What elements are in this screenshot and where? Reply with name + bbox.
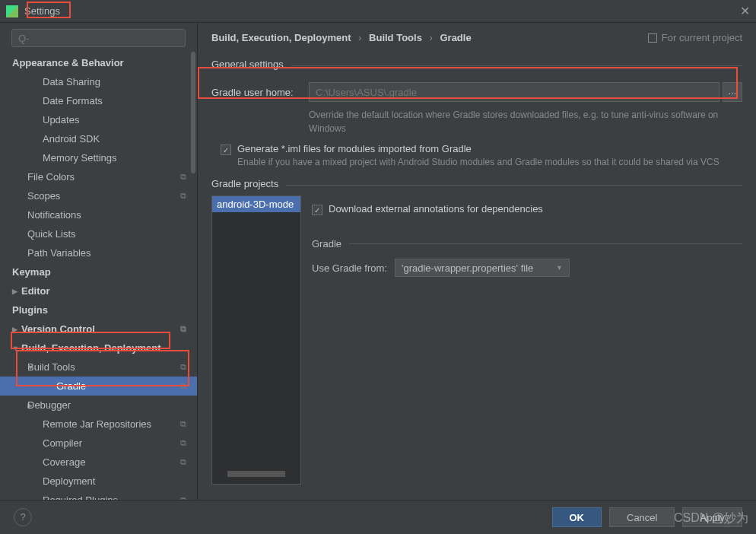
projects-section-header: Gradle projects: [211, 175, 742, 195]
gradle-home-label: Gradle user home:: [211, 87, 309, 98]
download-annotations-label: Download external annotations for depend…: [329, 203, 543, 215]
general-section-header: General settings: [211, 56, 742, 76]
project-badge-icon: ⧉: [180, 457, 186, 467]
footer: ? OK Cancel Apply: [0, 500, 756, 534]
tree-deployment[interactable]: Deployment: [0, 472, 197, 491]
tree-build-execution-deployment[interactable]: ▼Build, Execution, Deployment: [0, 339, 197, 358]
cancel-button[interactable]: Cancel: [609, 507, 675, 527]
search-wrap: [0, 23, 197, 53]
apply-button[interactable]: Apply: [682, 507, 742, 527]
divider: [349, 243, 742, 244]
tree-gradle[interactable]: Gradle⧉: [0, 377, 197, 396]
tree-updates[interactable]: Updates: [0, 110, 197, 129]
breadcrumb: Build, Execution, Deployment › Build Too…: [211, 32, 472, 43]
main-panel: Build, Execution, Deployment › Build Too…: [198, 23, 756, 500]
iml-checkbox-label: Generate *.iml files for modules importe…: [237, 143, 472, 154]
section-title: Gradle projects: [211, 178, 278, 189]
download-annotations-row: ✓ Download external annotations for depe…: [312, 203, 742, 215]
browse-button[interactable]: ...: [723, 82, 742, 102]
iml-checkbox-row: ✓ Generate *.iml files for modules impor…: [221, 143, 742, 155]
tree-path-vars[interactable]: Path Variables: [0, 243, 197, 262]
projects-layout: android-3D-mode ✓ Download external anno…: [211, 195, 742, 485]
use-gradle-from-label: Use Gradle from:: [312, 262, 387, 274]
chevron-right-icon: ›: [358, 32, 361, 43]
gradle-subtitle: Gradle: [312, 238, 341, 250]
tree-required-plugins[interactable]: Required Plugins⧉: [0, 491, 197, 500]
for-current-project: For current project: [648, 32, 742, 43]
use-gradle-from-select[interactable]: 'gradle-wrapper.properties' file ▼: [395, 259, 570, 277]
tree-plugins[interactable]: Plugins: [0, 300, 197, 319]
sidebar-scrollbar[interactable]: [191, 52, 195, 173]
ok-button[interactable]: OK: [552, 507, 602, 527]
android-logo-icon: [6, 5, 18, 17]
breadcrumb-part: Gradle: [440, 32, 471, 43]
project-badge-icon: ⧉: [180, 438, 186, 448]
tree-quick-lists[interactable]: Quick Lists: [0, 224, 197, 243]
horizontal-scrollbar[interactable]: [227, 471, 285, 477]
gradle-home-hint: Override the default location where Grad…: [309, 108, 742, 135]
search-input[interactable]: [11, 29, 186, 47]
project-list[interactable]: android-3D-mode: [211, 195, 301, 485]
tree-scopes[interactable]: Scopes⧉: [0, 186, 197, 205]
tree-data-sharing[interactable]: Data Sharing: [0, 72, 197, 91]
chevron-right-icon: ▶: [12, 402, 27, 409]
header-row: Build, Execution, Deployment › Build Too…: [211, 32, 742, 43]
iml-hint: Enable if you have a mixed project with …: [237, 157, 742, 167]
divider: [286, 185, 742, 186]
close-icon[interactable]: ✕: [740, 4, 750, 18]
project-badge-icon: ⧉: [180, 324, 186, 334]
project-badge-icon: ⧉: [180, 191, 186, 201]
tree-version-control[interactable]: ▶Version Control⧉: [0, 319, 197, 339]
chevron-down-icon: ▼: [12, 345, 21, 352]
settings-tree: Appearance & Behavior Data Sharing Date …: [0, 53, 197, 500]
project-badge-icon: ⧉: [180, 419, 186, 429]
breadcrumb-part[interactable]: Build, Execution, Deployment: [211, 32, 351, 43]
section-title: General settings: [211, 59, 284, 70]
tree-appearance[interactable]: Appearance & Behavior: [0, 53, 197, 72]
project-badge-icon: [648, 33, 657, 43]
tree-memory[interactable]: Memory Settings: [0, 148, 197, 167]
tree-editor[interactable]: ▶Editor: [0, 281, 197, 300]
download-annotations-checkbox[interactable]: ✓: [312, 205, 322, 215]
help-button[interactable]: ?: [14, 508, 32, 526]
project-badge-icon: ⧉: [180, 362, 186, 372]
window-title: Settings: [24, 5, 60, 17]
tree-keymap[interactable]: Keymap: [0, 262, 197, 281]
divider: [291, 65, 742, 66]
content: Appearance & Behavior Data Sharing Date …: [0, 23, 756, 500]
iml-checkbox[interactable]: ✓: [221, 145, 231, 155]
chevron-down-icon: ▼: [12, 364, 27, 371]
sidebar: Appearance & Behavior Data Sharing Date …: [0, 23, 198, 500]
tree-remote-jar[interactable]: Remote Jar Repositories⧉: [0, 415, 197, 434]
tree-debugger[interactable]: ▶Debugger: [0, 396, 197, 415]
tree-file-colors[interactable]: File Colors⧉: [0, 167, 197, 186]
chevron-right-icon: ›: [430, 32, 433, 43]
tree-build-tools[interactable]: ▼Build Tools⧉: [0, 358, 197, 377]
chevron-right-icon: ▶: [12, 288, 21, 295]
gradle-subsection: Gradle Use Gradle from: 'gradle-wrapper.…: [312, 238, 742, 277]
chevron-down-icon: ▼: [556, 264, 563, 272]
project-list-item[interactable]: android-3D-mode: [212, 196, 300, 212]
gradle-home-row: Gradle user home: ...: [211, 82, 742, 102]
project-badge-icon: ⧉: [180, 172, 186, 182]
tree-android-sdk[interactable]: Android SDK: [0, 129, 197, 148]
tree-date-formats[interactable]: Date Formats: [0, 91, 197, 110]
project-badge-icon: ⧉: [180, 381, 186, 391]
project-settings: ✓ Download external annotations for depe…: [312, 195, 742, 485]
chevron-right-icon: ▶: [12, 326, 21, 333]
breadcrumb-part[interactable]: Build Tools: [369, 32, 422, 43]
tree-notifications[interactable]: Notifications: [0, 205, 197, 224]
tree-coverage[interactable]: Coverage⧉: [0, 453, 197, 472]
titlebar: Settings ✕: [0, 0, 756, 23]
gradle-home-input[interactable]: [309, 82, 719, 102]
select-value: 'gradle-wrapper.properties' file: [402, 262, 533, 274]
tree-compiler[interactable]: Compiler⧉: [0, 434, 197, 453]
